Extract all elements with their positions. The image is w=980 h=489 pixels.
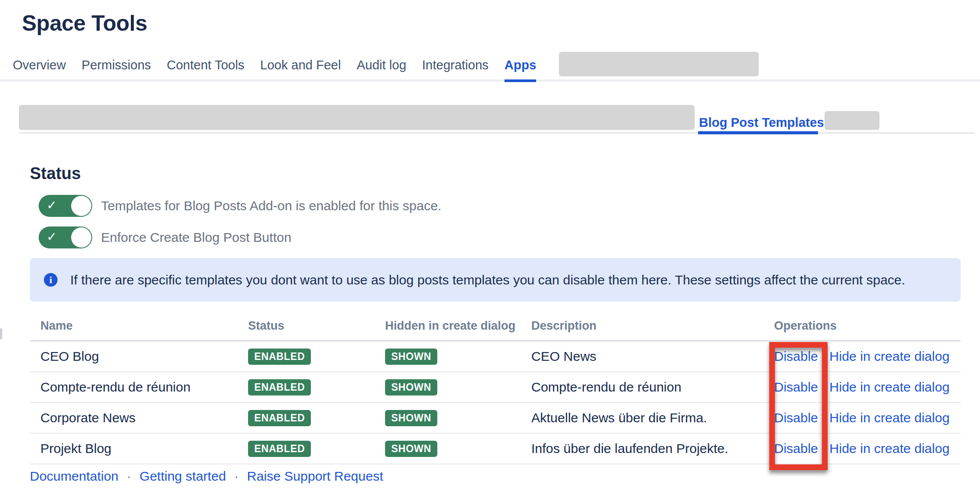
status-badge: ENABLED <box>248 410 311 426</box>
tab-blog-post-templates[interactable]: Blog Post Templates <box>699 115 824 130</box>
table-header-row: Name Status Hidden in create dialog Desc… <box>30 312 961 342</box>
check-icon: ✓ <box>47 198 57 213</box>
template-description: Compte-rendu de réunion <box>521 380 764 395</box>
table-row: CEO Blog ENABLED SHOWN CEO News Disable … <box>30 342 961 372</box>
info-icon: i <box>44 273 58 287</box>
dot-separator: · <box>127 469 131 484</box>
status-badge: ENABLED <box>248 441 311 457</box>
template-name: Compte-rendu de réunion <box>30 380 238 395</box>
tab-content-tools[interactable]: Content Tools <box>167 58 245 82</box>
column-header-description: Description <box>521 319 764 333</box>
documentation-link[interactable]: Documentation <box>30 469 119 484</box>
toggle-row-enforce-button: ✓ Enforce Create Blog Post Button <box>39 227 292 248</box>
hide-in-create-dialog-link[interactable]: Hide in create dialog <box>829 410 950 425</box>
table-row: Corporate News ENABLED SHOWN Aktuelle Ne… <box>30 403 961 434</box>
check-icon: ✓ <box>47 230 57 244</box>
toggle-addon-enabled[interactable]: ✓ <box>39 195 92 217</box>
raise-support-request-link[interactable]: Raise Support Request <box>247 469 383 484</box>
tab-bar: Overview Permissions Content Tools Look … <box>13 58 536 82</box>
footer-links: Documentation · Getting started · Raise … <box>30 469 383 484</box>
template-name: CEO Blog <box>30 349 238 364</box>
hide-in-create-dialog-link[interactable]: Hide in create dialog <box>829 349 950 364</box>
shown-badge: SHOWN <box>385 379 437 396</box>
getting-started-link[interactable]: Getting started <box>140 469 226 484</box>
shown-badge: SHOWN <box>385 441 437 457</box>
column-header-hidden: Hidden in create dialog <box>375 319 521 333</box>
table-row: Compte-rendu de réunion ENABLED SHOWN Co… <box>30 372 961 403</box>
shown-badge: SHOWN <box>385 410 437 426</box>
space-tools-page: Space Tools Overview Permissions Content… <box>0 0 980 489</box>
scrollbar-artifact <box>0 328 2 339</box>
redacted-tab-area <box>559 52 759 76</box>
page-title: Space Tools <box>22 11 147 36</box>
toggle-knob <box>71 227 91 248</box>
redacted-subtab-area <box>19 105 695 130</box>
tab-overview[interactable]: Overview <box>13 58 66 82</box>
dot-separator: · <box>234 469 239 484</box>
template-name: Corporate News <box>30 410 238 425</box>
subtab-divider <box>19 132 975 134</box>
status-heading: Status <box>30 164 81 183</box>
template-name: Projekt Blog <box>30 441 238 456</box>
disable-link[interactable]: Disable <box>774 441 818 456</box>
toggle-row-addon-enabled: ✓ Templates for Blog Posts Add-on is ena… <box>39 195 441 217</box>
column-header-name: Name <box>30 319 238 333</box>
template-description: CEO News <box>521 349 764 364</box>
column-header-operations: Operations <box>764 319 961 333</box>
subtab-active-indicator <box>698 131 818 134</box>
disable-link[interactable]: Disable <box>774 410 818 425</box>
hide-in-create-dialog-link[interactable]: Hide in create dialog <box>829 441 950 456</box>
template-description: Infos über die laufenden Projekte. <box>521 441 764 456</box>
table-row: Projekt Blog ENABLED SHOWN Infos über di… <box>30 434 961 464</box>
disable-link[interactable]: Disable <box>774 380 818 395</box>
toggle-enforce-create-button[interactable]: ✓ <box>39 227 92 248</box>
toggle-knob <box>71 196 91 216</box>
tab-apps[interactable]: Apps <box>504 58 537 82</box>
toggle-addon-enabled-label: Templates for Blog Posts Add-on is enabl… <box>101 198 441 213</box>
shown-badge: SHOWN <box>385 349 437 365</box>
hide-in-create-dialog-link[interactable]: Hide in create dialog <box>829 380 950 395</box>
redacted-subtab-small <box>825 111 879 130</box>
disable-link[interactable]: Disable <box>774 349 818 364</box>
toggle-enforce-button-label: Enforce Create Blog Post Button <box>101 230 292 245</box>
info-banner: i If there are specific templates you do… <box>30 258 961 302</box>
tab-audit-log[interactable]: Audit log <box>357 58 406 82</box>
tab-permissions[interactable]: Permissions <box>82 58 151 82</box>
info-banner-text: If there are specific templates you dont… <box>70 273 905 288</box>
templates-table: Name Status Hidden in create dialog Desc… <box>30 312 961 464</box>
tab-integrations[interactable]: Integrations <box>422 58 489 82</box>
column-header-status: Status <box>238 319 375 333</box>
status-badge: ENABLED <box>248 379 311 396</box>
status-badge: ENABLED <box>248 349 311 365</box>
template-description: Aktuelle News über die Firma. <box>521 410 764 425</box>
tab-look-and-feel[interactable]: Look and Feel <box>260 58 341 82</box>
